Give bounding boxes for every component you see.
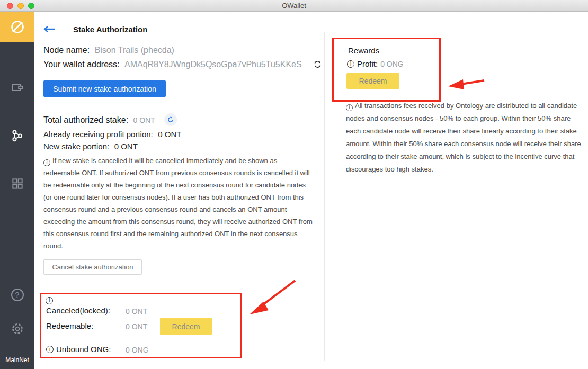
canceled-locked-label: Canceled(locked): xyxy=(46,306,110,315)
page-title: Stake Authorization xyxy=(73,25,147,34)
unbound-ong-value: 0 ONG xyxy=(126,346,149,354)
back-arrow-icon xyxy=(43,26,55,32)
wallet-address-row: Your wallet address: AMAqR8Y8JWngDk5QsoG… xyxy=(43,59,323,69)
wallet-address-label: Your wallet address: xyxy=(43,60,120,69)
stake-info-text: iIf new stake is cancelled it will be ca… xyxy=(43,155,313,252)
unbound-ong-row: i Unbound ONG: xyxy=(46,345,111,354)
back-button[interactable] xyxy=(43,25,56,33)
node-stake-icon xyxy=(10,129,24,143)
ontology-logo-icon xyxy=(8,18,26,36)
receiving-portion-label: Already receiving profit portion: xyxy=(43,130,153,139)
grid-icon xyxy=(11,177,24,191)
refresh-stake-icon xyxy=(167,116,174,123)
question-icon: ? xyxy=(11,289,24,301)
sidebar-item-wallet[interactable] xyxy=(0,80,34,94)
zoom-window-button[interactable] xyxy=(28,3,34,9)
refresh-address-icon[interactable] xyxy=(313,59,323,69)
column-divider xyxy=(324,32,325,361)
sidebar-item-node-stake[interactable] xyxy=(0,129,34,143)
new-portion-row: New stake portion: 0 ONT xyxy=(43,142,138,151)
titlebar: OWallet xyxy=(0,0,588,12)
sidebar-item-apps[interactable] xyxy=(0,177,34,191)
info-icon: i xyxy=(46,346,54,353)
info-icon: i xyxy=(46,297,53,304)
redeem-ong-button[interactable]: Redeem xyxy=(346,73,399,89)
close-window-button[interactable] xyxy=(7,3,13,9)
wallet-address-value: AMAqR8Y8JWngDk5QsoGpa7vPhu5Tu5KKeS xyxy=(124,60,302,69)
rewards-annotation-box: Rewards i Profit: 0 ONG Redeem xyxy=(332,38,441,102)
sidebar-item-settings[interactable] xyxy=(0,322,34,336)
info-icon: i xyxy=(347,60,354,68)
owallet-window: OWallet xyxy=(0,0,588,369)
total-stake-value: 0 ONT xyxy=(133,116,155,124)
receiving-portion-row: Already receiving profit portion: 0 ONT xyxy=(43,130,181,139)
rewards-info-body: All transactions fees received by Ontolo… xyxy=(346,102,581,173)
gear-icon xyxy=(11,322,24,336)
redeemable-label: Redeemable: xyxy=(46,321,93,330)
receiving-portion-value: 0 ONT xyxy=(158,130,181,139)
total-stake-label: Total authorized stake: xyxy=(43,115,128,124)
network-badge: MainNet xyxy=(0,356,34,364)
header-divider xyxy=(64,22,64,36)
redeemable-value: 0 ONT xyxy=(126,322,147,331)
annotation-arrow-bottom xyxy=(245,276,300,319)
new-portion-label: New stake portion: xyxy=(43,142,109,151)
sidebar: ? MainNet xyxy=(0,12,34,369)
unbound-ong-label: Unbound ONG: xyxy=(56,345,111,354)
window-title: OWallet xyxy=(0,2,588,10)
refresh-stake-button[interactable] xyxy=(164,113,177,126)
ontology-logo xyxy=(0,12,34,42)
sidebar-item-help[interactable]: ? xyxy=(0,289,34,301)
wallet-icon xyxy=(11,80,24,94)
stake-info-body: If new stake is cancelled it will be can… xyxy=(43,157,313,250)
profit-label: Profit: xyxy=(357,59,378,68)
main-content: Stake Authorization Node name: Bison Tra… xyxy=(34,12,588,369)
node-name-value: Bison Trails (phecda) xyxy=(95,46,174,55)
page-header: Stake Authorization xyxy=(43,22,147,36)
submit-stake-button[interactable]: Submit new stake authorization xyxy=(43,80,166,97)
canceled-locked-value: 0 ONT xyxy=(126,307,147,316)
minimize-window-button[interactable] xyxy=(17,3,24,9)
redeem-ont-button[interactable]: Redeem xyxy=(160,318,212,335)
node-name-row: Node name: Bison Trails (phecda) xyxy=(43,46,174,55)
profit-value: 0 ONG xyxy=(380,60,404,68)
profit-row: i Profit: 0 ONG xyxy=(347,59,404,68)
info-icon: i xyxy=(43,159,50,166)
traffic-lights xyxy=(7,3,34,9)
annotation-arrow-right xyxy=(445,76,487,91)
node-name-label: Node name: xyxy=(43,46,90,55)
info-icon: i xyxy=(346,104,353,111)
new-portion-value: 0 ONT xyxy=(114,142,138,151)
cancel-stake-button[interactable]: Cancel stake authorization xyxy=(43,259,142,275)
total-stake-row: Total authorized stake: 0 ONT xyxy=(43,115,155,125)
rewards-title: Rewards xyxy=(348,46,379,55)
canceled-annotation-box: i Canceled(locked): 0 ONT Redeemable: 0 … xyxy=(40,293,242,358)
rewards-info-text: iAll transactions fees received by Ontol… xyxy=(346,100,583,176)
